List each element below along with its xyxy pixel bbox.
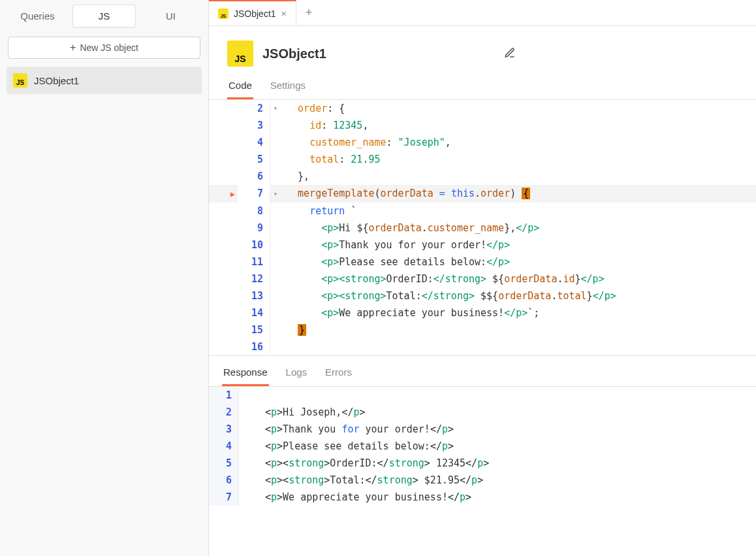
fold-toggle[interactable]: ▾ [270,100,281,117]
fold-toggle [270,321,281,338]
breakpoint-gutter[interactable] [209,270,238,287]
breakpoint-gutter[interactable] [209,151,238,168]
js-badge-icon: JS [13,73,27,88]
breakpoint-gutter[interactable]: ▶ [209,185,238,203]
js-badge-icon: JS [227,41,253,67]
js-badge-icon: JS [218,8,228,19]
sidebar-tab-queries[interactable]: Queries [7,5,69,27]
line-number: 3 [209,421,239,438]
code-content[interactable]: id: 12345, [281,117,756,134]
breakpoint-gutter[interactable] [209,134,238,151]
code-line[interactable]: 6 }, [209,168,756,185]
code-line[interactable]: 9 <p>Hi ${orderData.customer_name},</p> [209,220,756,237]
file-tab-jsobject1[interactable]: JS JSObject1 × [209,0,296,25]
breakpoint-gutter[interactable] [209,321,238,338]
code-line[interactable]: 8 return ` [209,203,756,220]
breakpoint-gutter[interactable] [209,100,238,117]
code-content[interactable]: <p>Hi ${orderData.customer_name},</p> [281,220,756,237]
code-content[interactable]: }, [281,168,756,185]
line-number: 5 [209,455,239,472]
breakpoint-gutter[interactable] [209,338,238,355]
line-number: 4 [209,438,239,455]
tab-response[interactable]: Response [222,364,269,386]
line-number: 8 [238,203,270,220]
breakpoint-gutter[interactable] [209,287,238,304]
fold-toggle [270,151,281,168]
code-line[interactable]: 3 id: 12345, [209,117,756,134]
line-number: 16 [238,338,270,355]
file-tabs-bar: JS JSObject1 × + [209,0,756,26]
code-line[interactable]: 13 <p><strong>Total:</strong> $${orderDa… [209,287,756,304]
code-line[interactable]: 11 <p>Please see details below:</p> [209,253,756,270]
code-line[interactable]: 15 } [209,321,756,338]
sidebar-item-jsobject1[interactable]: JS JSObject1 [7,67,202,94]
breakpoint-gutter[interactable] [209,203,238,220]
code-content[interactable]: total: 21.95 [281,151,756,168]
code-content[interactable]: customer_name: "Joseph", [281,134,756,151]
new-js-object-button[interactable]: + New JS object [8,37,200,59]
close-icon[interactable]: × [281,8,287,19]
code-content[interactable]: <p><strong>Total:</strong> $${orderData.… [281,287,756,304]
tab-settings[interactable]: Settings [269,73,307,99]
code-line[interactable]: 4 customer_name: "Joseph", [209,134,756,151]
breakpoint-gutter[interactable] [209,117,238,134]
line-number: 6 [209,472,239,489]
line-number: 13 [238,287,270,304]
code-line[interactable]: 10 <p>Thank you for your order!</p> [209,237,756,253]
main: JS JSObject1 × + JS JSObject1 Code Setti… [209,0,756,556]
tab-code[interactable]: Code [227,73,253,99]
breakpoint-gutter[interactable] [209,220,238,237]
tab-logs[interactable]: Logs [285,364,309,386]
header: JS JSObject1 [209,26,756,73]
breakpoint-gutter[interactable] [209,253,238,270]
tab-errors[interactable]: Errors [324,364,353,386]
line-number: 4 [238,134,270,151]
breakpoint-gutter[interactable] [209,304,238,321]
code-content[interactable] [281,338,756,355]
code-content[interactable]: <p>Thank you for your order!</p> [281,237,756,253]
code-line[interactable]: 5 total: 21.95 [209,151,756,168]
line-number: 2 [209,404,239,421]
code-line[interactable]: ▶7▾ mergeTemplate(orderData = this.order… [209,185,756,203]
code-line[interactable]: 16 [209,338,756,355]
response-line: 3<p>Thank you for your order!</p> [209,421,756,438]
breakpoint-arrow-icon: ▶ [227,186,235,203]
code-line[interactable]: 2▾ order: { [209,100,756,117]
line-number: 7 [238,185,270,203]
sidebar-list: JS JSObject1 [0,64,208,97]
sub-tabs: Code Settings [209,73,756,100]
add-tab-button[interactable]: + [296,6,322,20]
code-content[interactable]: return ` [281,203,756,220]
sidebar-item-label: JSObject1 [34,75,79,86]
code-content[interactable]: order: { [281,100,756,117]
fold-toggle [270,270,281,287]
fold-toggle [270,287,281,304]
code-content[interactable]: <p>We appreciate your business!</p>`; [281,304,756,321]
line-number: 10 [238,237,270,253]
code-line[interactable]: 12 <p><strong>OrderID:</strong> ${orderD… [209,270,756,287]
response-line: 5<p><strong>OrderID:</strong> 12345</p> [209,455,756,472]
response-content: <p>Hi Joseph,</p> [239,404,756,421]
fold-toggle [270,168,281,185]
sidebar-tab-ui[interactable]: UI [140,5,202,27]
response-content: <p>Thank you for your order!</p> [239,421,756,438]
line-number: 6 [238,168,270,185]
code-content[interactable]: <p><strong>OrderID:</strong> ${orderData… [281,270,756,287]
code-content[interactable]: } [281,321,756,338]
line-number: 2 [238,100,270,117]
fold-toggle[interactable]: ▾ [270,185,281,203]
code-content[interactable]: <p>Please see details below:</p> [281,253,756,270]
sidebar-tab-js[interactable]: JS [72,5,136,27]
code-content[interactable]: mergeTemplate(orderData = this.order) { [281,185,756,203]
response-line: 1 [209,387,756,404]
edit-icon[interactable] [504,47,516,61]
code-editor[interactable]: 2▾ order: {3 id: 12345,4 customer_name: … [209,100,756,355]
new-js-object-label: New JS object [80,42,138,53]
line-number: 9 [238,220,270,237]
line-number: 14 [238,304,270,321]
response-content: <p><strong>Total:</strong> $21.95</p> [239,472,756,489]
sidebar: Queries JS UI + New JS object JS JSObjec… [0,0,209,556]
breakpoint-gutter[interactable] [209,168,238,185]
breakpoint-gutter[interactable] [209,237,238,253]
code-line[interactable]: 14 <p>We appreciate your business!</p>`; [209,304,756,321]
